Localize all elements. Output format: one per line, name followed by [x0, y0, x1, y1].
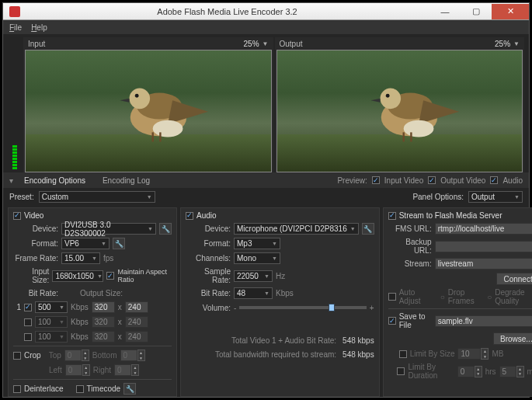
- audio-header: Audio: [196, 211, 217, 220]
- check-br3[interactable]: [24, 333, 32, 341]
- svg-rect-6: [159, 132, 161, 141]
- check-br2[interactable]: [24, 318, 32, 326]
- check-audio[interactable]: [490, 176, 498, 184]
- fms-url-input[interactable]: [435, 223, 532, 235]
- panel-options-label: Panel Options:: [412, 193, 464, 201]
- chevron-down-icon[interactable]: ▼: [263, 40, 269, 47]
- inputsize-select[interactable]: 1680x1050▼: [52, 270, 103, 282]
- video-header: Video: [24, 211, 43, 220]
- menu-help[interactable]: Help: [31, 23, 47, 32]
- preset-label: Preset:: [9, 193, 34, 201]
- maximize-button[interactable]: ▢: [461, 4, 492, 19]
- video-device-select[interactable]: DVI2USB 3.0 D2S300002▼: [61, 223, 156, 235]
- svg-rect-13: [410, 132, 412, 141]
- filename-input[interactable]: [435, 315, 532, 327]
- svg-point-11: [404, 120, 434, 137]
- backup-url-input[interactable]: [435, 241, 532, 252]
- wrench-icon[interactable]: 🔧: [159, 223, 172, 235]
- tab-encoding-options[interactable]: Encoding Options: [18, 175, 92, 186]
- svg-point-3: [134, 94, 138, 98]
- audio-bitrate-select[interactable]: 48▼: [234, 287, 273, 299]
- check-video-enable[interactable]: [13, 212, 21, 220]
- preview-label: Preview:: [337, 176, 367, 185]
- titlebar: Adobe Flash Media Live Encoder 3.2 — ▢ ✕: [3, 3, 529, 20]
- wrench-icon: 🔧: [123, 383, 136, 395]
- check-autoadjust[interactable]: [388, 293, 396, 301]
- stream-input[interactable]: [435, 258, 532, 270]
- check-output-video[interactable]: [428, 176, 436, 184]
- close-button[interactable]: ✕: [492, 4, 529, 19]
- check-crop[interactable]: [13, 352, 21, 360]
- check-stream[interactable]: [388, 212, 396, 220]
- check-br1[interactable]: [24, 304, 32, 311]
- check-save-file[interactable]: [388, 317, 396, 325]
- window-title: Adobe Flash Media Live Encoder 3.2: [25, 7, 429, 16]
- svg-point-10: [386, 94, 390, 98]
- svg-point-9: [381, 89, 402, 110]
- audio-device-select[interactable]: Microphone (DVI2PCI D2P8316▼: [234, 223, 359, 235]
- minimize-button[interactable]: —: [429, 4, 461, 19]
- input-preview: [25, 50, 272, 172]
- audio-format-select[interactable]: Mp3▼: [234, 238, 280, 249]
- menubar: File Help: [3, 20, 529, 34]
- app-icon: [9, 6, 20, 17]
- bird-image: [99, 72, 227, 148]
- check-timecode[interactable]: [76, 385, 84, 393]
- svg-point-4: [152, 120, 183, 137]
- samplerate-select[interactable]: 22050▼: [234, 270, 273, 282]
- preset-select[interactable]: Custom▼: [39, 191, 155, 203]
- chevron-down-icon[interactable]: ▼: [513, 40, 520, 47]
- menu-file[interactable]: File: [9, 23, 22, 32]
- output-zoom[interactable]: 25%: [495, 40, 510, 48]
- w1-input[interactable]: [92, 301, 115, 313]
- output-preview: [276, 50, 523, 172]
- input-preview-label: Input: [28, 40, 244, 48]
- connect-button[interactable]: Connect: [496, 273, 532, 285]
- check-input-video[interactable]: [372, 176, 380, 184]
- h1-input[interactable]: [125, 301, 148, 313]
- video-format-select[interactable]: VP6▼: [61, 238, 110, 249]
- volume-slider[interactable]: [239, 306, 367, 309]
- check-deinterlace[interactable]: [13, 385, 21, 393]
- input-zoom[interactable]: 25%: [244, 40, 259, 48]
- svg-point-2: [129, 89, 150, 110]
- wrench-icon[interactable]: 🔧: [362, 223, 374, 235]
- svg-rect-12: [403, 132, 405, 141]
- check-limit-size[interactable]: [399, 350, 407, 358]
- panel-options-select[interactable]: Output▼: [468, 191, 523, 203]
- channels-select[interactable]: Mono▼: [234, 252, 280, 264]
- bird-image: [350, 72, 478, 148]
- collapse-icon[interactable]: ▾: [9, 176, 13, 185]
- tab-encoding-log[interactable]: Encoding Log: [96, 175, 156, 186]
- bitrate1-select[interactable]: 500▼: [35, 301, 68, 313]
- vu-meter: [8, 37, 22, 172]
- check-aspect[interactable]: [106, 272, 114, 280]
- framerate-select[interactable]: 15.00▼: [61, 252, 100, 264]
- output-preview-label: Output: [280, 40, 495, 48]
- check-audio-enable[interactable]: [186, 212, 193, 220]
- wrench-icon[interactable]: 🔧: [113, 238, 125, 249]
- svg-rect-5: [151, 132, 153, 141]
- browse-button[interactable]: Browse...: [493, 332, 532, 345]
- check-limit-duration[interactable]: [397, 367, 405, 375]
- stream-header: Stream to Flash Media Server: [399, 211, 502, 220]
